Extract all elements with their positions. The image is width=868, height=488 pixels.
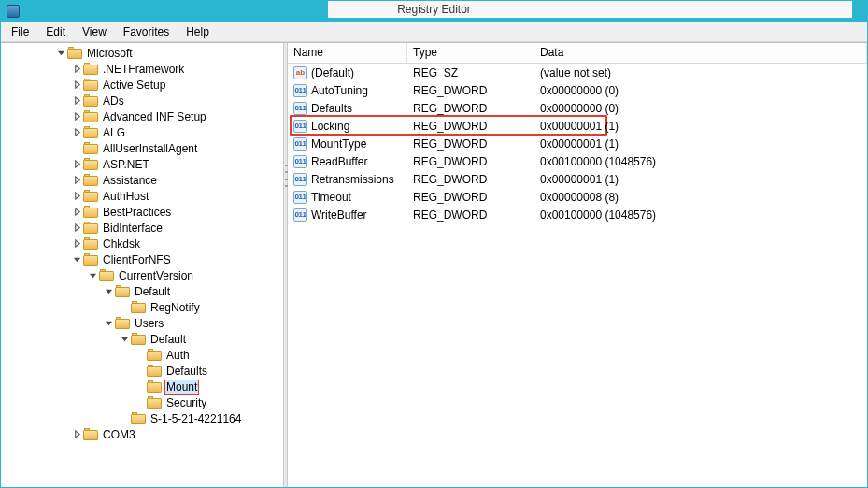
tree-item-n_advinf[interactable]: Advanced INF Setup bbox=[3, 108, 283, 124]
tree-item-n_regnotify[interactable]: RegNotify bbox=[3, 299, 283, 315]
tree-item-n_clientnfs[interactable]: ClientForNFS bbox=[3, 251, 283, 267]
tree-pane[interactable]: Microsoft.NETFrameworkActive SetupADsAdv… bbox=[1, 43, 283, 487]
menu-help[interactable]: Help bbox=[178, 23, 218, 40]
value-row[interactable]: 011ReadBufferREG_DWORD0x00100000 (104857… bbox=[288, 152, 867, 170]
value-row[interactable]: ab(Default)REG_SZ(value not set) bbox=[288, 64, 867, 81]
tree-item-n_default1[interactable]: Default bbox=[3, 283, 283, 299]
expander-icon[interactable] bbox=[119, 334, 130, 345]
tree-label: ADs bbox=[101, 94, 126, 108]
expander-icon[interactable] bbox=[103, 286, 114, 297]
column-name[interactable]: Name bbox=[288, 43, 407, 63]
expander-icon[interactable] bbox=[71, 175, 82, 186]
value-row[interactable]: 011LockingREG_DWORD0x00000001 (1) bbox=[288, 117, 867, 135]
expander-icon[interactable] bbox=[71, 79, 82, 91]
folder-icon bbox=[147, 380, 162, 393]
tree-item-n_users[interactable]: Users bbox=[3, 315, 283, 331]
folder-icon bbox=[83, 206, 98, 218]
tree-label: Default bbox=[149, 333, 188, 346]
folder-icon bbox=[83, 126, 98, 138]
tree-label: Microsoft bbox=[85, 47, 135, 60]
dword-icon: 011 bbox=[293, 120, 307, 133]
tree-item-n_chkdsk[interactable]: Chkdsk bbox=[3, 236, 283, 251]
values-list[interactable]: ab(Default)REG_SZ(value not set)011AutoT… bbox=[288, 64, 867, 487]
value-data: 0x00000001 (1) bbox=[534, 120, 867, 133]
tree-item-n_security[interactable]: Security bbox=[3, 395, 283, 410]
tree-item-n_bidi[interactable]: BidInterface bbox=[3, 220, 283, 236]
expander-icon[interactable] bbox=[71, 64, 82, 75]
folder-icon bbox=[83, 79, 98, 91]
folder-icon bbox=[99, 269, 114, 281]
expander-icon[interactable] bbox=[71, 95, 82, 107]
value-name: Retransmissions bbox=[311, 173, 394, 186]
tree-item-n_defaults[interactable]: Defaults bbox=[3, 363, 283, 379]
column-type[interactable]: Type bbox=[407, 43, 534, 63]
tree-item-n_netframework[interactable]: .NETFramework bbox=[3, 61, 283, 77]
tree-item-n_best[interactable]: BestPractices bbox=[3, 204, 283, 220]
tree-item-root[interactable]: Microsoft bbox=[3, 45, 283, 61]
app-icon bbox=[7, 5, 20, 18]
columns-header[interactable]: Name Type Data bbox=[288, 43, 867, 64]
expander-icon[interactable] bbox=[71, 127, 82, 138]
expander-icon[interactable] bbox=[71, 159, 82, 170]
expander-icon[interactable] bbox=[71, 207, 82, 218]
value-row[interactable]: 011RetransmissionsREG_DWORD0x00000001 (1… bbox=[288, 170, 867, 188]
expander-icon[interactable] bbox=[71, 191, 82, 202]
dword-icon: 011 bbox=[293, 155, 307, 168]
expander-icon[interactable] bbox=[55, 48, 66, 59]
tree-item-n_ads[interactable]: ADs bbox=[3, 93, 283, 108]
folder-icon bbox=[83, 253, 98, 266]
folder-icon bbox=[83, 110, 98, 122]
tree-item-n_com3[interactable]: COM3 bbox=[3, 426, 283, 442]
menu-edit[interactable]: Edit bbox=[37, 23, 74, 40]
tree-item-n_curver[interactable]: CurrentVersion bbox=[3, 267, 283, 283]
tree-item-n_authhost[interactable]: AuthHost bbox=[3, 188, 283, 204]
value-row[interactable]: 011AutoTuningREG_DWORD0x00000000 (0) bbox=[288, 81, 867, 99]
tree-item-n_mount[interactable]: Mount bbox=[3, 379, 283, 395]
value-data: 0x00000001 (1) bbox=[534, 173, 867, 186]
tree-label: RegNotify bbox=[149, 301, 202, 314]
tree-label: Chkdsk bbox=[101, 237, 142, 251]
tree-item-n_auth[interactable]: Auth bbox=[3, 347, 283, 363]
value-row[interactable]: 011DefaultsREG_DWORD0x00000000 (0) bbox=[288, 99, 867, 117]
column-data[interactable]: Data bbox=[534, 43, 867, 63]
expander-icon[interactable] bbox=[71, 111, 82, 122]
value-data: 0x00000000 (0) bbox=[534, 84, 867, 97]
folder-icon bbox=[67, 47, 82, 59]
expander-icon[interactable] bbox=[87, 270, 98, 281]
tree-label: Default bbox=[133, 285, 172, 298]
folder-icon bbox=[131, 412, 146, 424]
tree-item-n_assist[interactable]: Assistance bbox=[3, 172, 283, 188]
folder-icon bbox=[115, 285, 130, 297]
value-type: REG_DWORD bbox=[407, 137, 534, 151]
value-name: Locking bbox=[311, 120, 349, 133]
tree-item-n_activesetup[interactable]: Active Setup bbox=[3, 77, 283, 93]
tree-item-n_alluser[interactable]: AllUserInstallAgent bbox=[3, 140, 283, 156]
folder-icon bbox=[83, 158, 98, 170]
expander-icon[interactable] bbox=[71, 238, 82, 250]
menu-view[interactable]: View bbox=[74, 23, 115, 40]
tree-label: BidInterface bbox=[101, 222, 164, 235]
tree-label: S-1-5-21-4221164 bbox=[149, 412, 243, 425]
value-data: 0x00000008 (8) bbox=[534, 191, 867, 204]
menu-file[interactable]: File bbox=[3, 23, 37, 40]
value-row[interactable]: 011WriteBufferREG_DWORD0x00100000 (10485… bbox=[288, 206, 867, 223]
folder-icon bbox=[83, 174, 98, 186]
value-data: 0x00100000 (1048576) bbox=[534, 208, 867, 222]
tree-label: ALG bbox=[101, 126, 127, 139]
window-title: Registry Editor bbox=[397, 3, 471, 16]
titlebar[interactable]: Registry Editor bbox=[1, 1, 867, 22]
expander-icon[interactable] bbox=[71, 254, 82, 266]
expander-icon[interactable] bbox=[71, 222, 82, 234]
expander-icon[interactable] bbox=[71, 429, 82, 440]
tree-item-n_sid[interactable]: S-1-5-21-4221164 bbox=[3, 410, 283, 426]
expander-icon[interactable] bbox=[103, 318, 114, 329]
tree-item-n_default2[interactable]: Default bbox=[3, 331, 283, 347]
value-row[interactable]: 011TimeoutREG_DWORD0x00000008 (8) bbox=[288, 188, 867, 206]
value-row[interactable]: 011MountTypeREG_DWORD0x00000001 (1) bbox=[288, 135, 867, 152]
tree-item-n_alg[interactable]: ALG bbox=[3, 124, 283, 140]
folder-icon bbox=[147, 349, 162, 361]
tree-item-n_aspnet[interactable]: ASP.NET bbox=[3, 156, 283, 172]
tree-label: AllUserInstallAgent bbox=[101, 142, 199, 155]
menu-favorites[interactable]: Favorites bbox=[115, 23, 178, 40]
string-icon: ab bbox=[293, 66, 307, 79]
